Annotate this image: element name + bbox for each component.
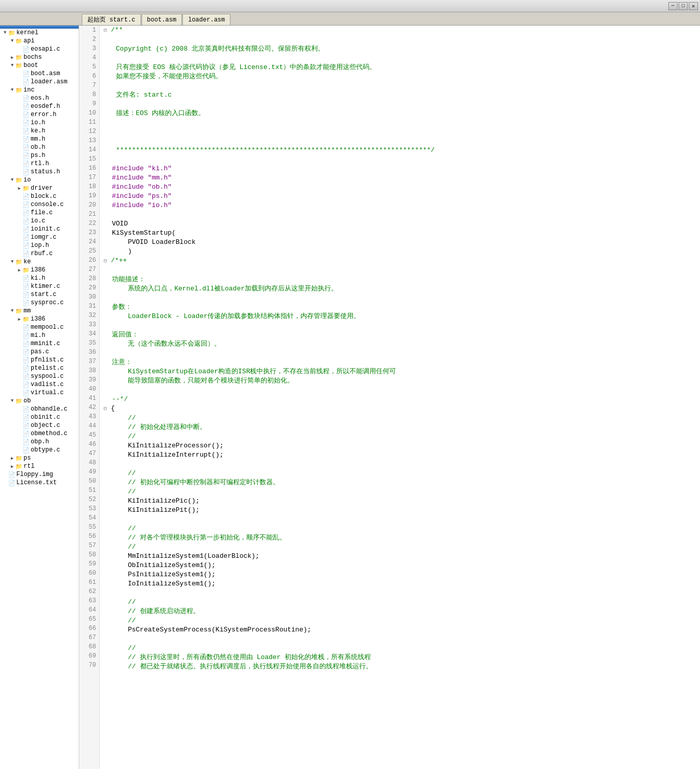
tree-item-Floppy.img[interactable]: 📄Floppy.img bbox=[0, 470, 79, 479]
tree-item-eosapi.c[interactable]: 📄eosapi.c bbox=[0, 45, 79, 53]
tree-item-ktimer.c[interactable]: 📄ktimer.c bbox=[0, 282, 79, 290]
tree-item-label: vadlist.c bbox=[31, 381, 64, 388]
expander-icon[interactable]: ▼ bbox=[9, 62, 15, 69]
tree-item-ps.h[interactable]: 📄ps.h bbox=[0, 151, 79, 160]
tree-item-kernel[interactable]: ▼📁kernel bbox=[0, 29, 79, 37]
code-line-40 bbox=[104, 386, 696, 395]
tree-item-loader.asm[interactable]: 📄loader.asm bbox=[0, 78, 79, 86]
tree-item-mi.h[interactable]: 📄mi.h bbox=[0, 331, 79, 340]
code-line-51: // bbox=[104, 487, 696, 496]
tree-item-io.c[interactable]: 📄io.c bbox=[0, 217, 79, 225]
file-icon: 📄 bbox=[22, 341, 30, 347]
tree-item-ki.h[interactable]: 📄ki.h bbox=[0, 274, 79, 282]
tree-item-eos.h[interactable]: 📄eos.h bbox=[0, 94, 79, 102]
expander-icon[interactable]: ▶ bbox=[16, 185, 22, 191]
tree-item-rbuf.c[interactable]: 📄rbuf.c bbox=[0, 250, 79, 258]
expander-icon[interactable]: ▶ bbox=[9, 54, 15, 60]
tab-start[interactable]: 起始页 start.c bbox=[82, 14, 141, 25]
expander-icon[interactable]: ▼ bbox=[2, 30, 8, 36]
tree-item-label: io bbox=[24, 176, 31, 184]
file-icon: 📄 bbox=[22, 136, 30, 143]
minimize-button[interactable]: ─ bbox=[668, 2, 678, 10]
tree-item-i386[interactable]: ▶📁i386 bbox=[0, 266, 79, 274]
expander-icon[interactable]: ▼ bbox=[9, 177, 15, 183]
code-area[interactable]: 1234567891011121314151617181920212223242… bbox=[79, 26, 700, 769]
tree-item-iomgr.c[interactable]: 📄iomgr.c bbox=[0, 233, 79, 241]
tree-item-virtual.c[interactable]: 📄virtual.c bbox=[0, 389, 79, 397]
tree-item-ioinit.c[interactable]: 📄ioinit.c bbox=[0, 225, 79, 233]
tab-boot[interactable]: boot.asm bbox=[142, 14, 182, 25]
code-line-69: // 执行到这里时，所有函数仍然在使用由 Loader 初始化的堆栈，所有系统线… bbox=[104, 653, 696, 662]
file-icon: 📄 bbox=[22, 144, 30, 151]
tree-item-obmethod.c[interactable]: 📄obmethod.c bbox=[0, 429, 79, 438]
tree-item-pas.c[interactable]: 📄pas.c bbox=[0, 348, 79, 356]
tree-item-label: block.c bbox=[31, 193, 56, 200]
tree-item-obinit.c[interactable]: 📄obinit.c bbox=[0, 413, 79, 421]
tree-item-label: mminit.c bbox=[31, 340, 60, 347]
tree-item-eosdef.h[interactable]: 📄eosdef.h bbox=[0, 102, 79, 110]
tree-item-label: ps.h bbox=[31, 152, 45, 159]
file-icon: 📄 bbox=[22, 161, 30, 167]
tree-item-ptelist.c[interactable]: 📄ptelist.c bbox=[0, 364, 79, 372]
tree-item-mempool.c[interactable]: 📄mempool.c bbox=[0, 323, 79, 331]
expander-icon[interactable]: ▼ bbox=[9, 87, 15, 93]
tree-item-rtl.h[interactable]: 📄rtl.h bbox=[0, 160, 79, 168]
tree-item-License.txt[interactable]: 📄License.txt bbox=[0, 479, 79, 487]
tree-item-block.c[interactable]: 📄block.c bbox=[0, 192, 79, 200]
tree-item-ob.h[interactable]: 📄ob.h bbox=[0, 143, 79, 151]
tree-item-driver[interactable]: ▶📁driver bbox=[0, 184, 79, 192]
code-line-61: IoInitializeSystem1(); bbox=[104, 579, 696, 589]
fold-icon[interactable]: ⊟ bbox=[104, 406, 110, 412]
tree-item-obtype.c[interactable]: 📄obtype.c bbox=[0, 446, 79, 454]
expander-icon[interactable]: ▶ bbox=[16, 267, 22, 273]
tree-item-boot[interactable]: ▼📁boot bbox=[0, 61, 79, 70]
tree-item-status.h[interactable]: 📄status.h bbox=[0, 168, 79, 176]
tree-item-boot.asm[interactable]: 📄boot.asm bbox=[0, 70, 79, 78]
tree-item-ob[interactable]: ▼📁ob bbox=[0, 397, 79, 405]
tree-item-start.c[interactable]: 📄start.c bbox=[0, 290, 79, 299]
maximize-button[interactable]: □ bbox=[679, 2, 688, 10]
expander-icon[interactable]: ▶ bbox=[9, 455, 15, 461]
tree-item-bochs[interactable]: ▶📁bochs bbox=[0, 53, 79, 61]
tree-item-rtl[interactable]: ▶📁rtl bbox=[0, 462, 79, 470]
tree-item-sysproc.c[interactable]: 📄sysproc.c bbox=[0, 299, 79, 307]
tree-item-io.h[interactable]: 📄io.h bbox=[0, 119, 79, 127]
expander-icon[interactable]: ▶ bbox=[16, 316, 22, 322]
tree-item-obp.h[interactable]: 📄obp.h bbox=[0, 438, 79, 446]
expander-icon[interactable]: ▼ bbox=[9, 259, 15, 265]
file-icon: 📄 bbox=[22, 201, 30, 208]
fold-icon[interactable]: ⊟ bbox=[104, 28, 110, 33]
tree-item-label: boot bbox=[24, 62, 38, 69]
file-icon: 📄 bbox=[22, 152, 30, 159]
expander-icon[interactable]: ▼ bbox=[9, 398, 15, 404]
tree-item-mm[interactable]: ▼📁mm bbox=[0, 307, 79, 315]
tree-item-ke.h[interactable]: 📄ke.h bbox=[0, 127, 79, 135]
tree-item-ke[interactable]: ▼📁ke bbox=[0, 258, 79, 266]
tree-item-file.c[interactable]: 📄file.c bbox=[0, 209, 79, 217]
tree-item-io[interactable]: ▼📁io bbox=[0, 176, 79, 184]
expander-icon[interactable]: ▶ bbox=[9, 463, 15, 469]
tree-item-i386[interactable]: ▶📁i386 bbox=[0, 315, 79, 323]
code-line-27 bbox=[104, 266, 696, 275]
tree-item-object.c[interactable]: 📄object.c bbox=[0, 421, 79, 429]
tab-loader[interactable]: loader.asm bbox=[182, 14, 230, 25]
folder-icon: 📁 bbox=[8, 30, 15, 36]
tree-item-iop.h[interactable]: 📄iop.h bbox=[0, 241, 79, 250]
tree-item-api[interactable]: ▼📁api bbox=[0, 37, 79, 45]
tree-item-error.h[interactable]: 📄error.h bbox=[0, 110, 79, 119]
tree-item-inc[interactable]: ▼📁inc bbox=[0, 86, 79, 94]
tree-item-mminit.c[interactable]: 📄mminit.c bbox=[0, 340, 79, 348]
tree-item-console.c[interactable]: 📄console.c bbox=[0, 200, 79, 209]
tree-item-vadlist.c[interactable]: 📄vadlist.c bbox=[0, 380, 79, 389]
tree-item-syspool.c[interactable]: 📄syspool.c bbox=[0, 372, 79, 380]
tree-item-mm.h[interactable]: 📄mm.h bbox=[0, 135, 79, 143]
tree-item-obhandle.c[interactable]: 📄obhandle.c bbox=[0, 405, 79, 413]
tree-item-ps[interactable]: ▶📁ps bbox=[0, 454, 79, 462]
close-button[interactable]: ✕ bbox=[689, 2, 698, 10]
expander-icon[interactable]: ▼ bbox=[9, 38, 15, 44]
file-icon: 📄 bbox=[22, 431, 30, 437]
code-line-16: #include "ki.h" bbox=[104, 164, 696, 173]
expander-icon[interactable]: ▼ bbox=[9, 308, 15, 314]
tree-item-pfnlist.c[interactable]: 📄pfnlist.c bbox=[0, 356, 79, 364]
fold-icon[interactable]: ⊟ bbox=[104, 258, 110, 264]
